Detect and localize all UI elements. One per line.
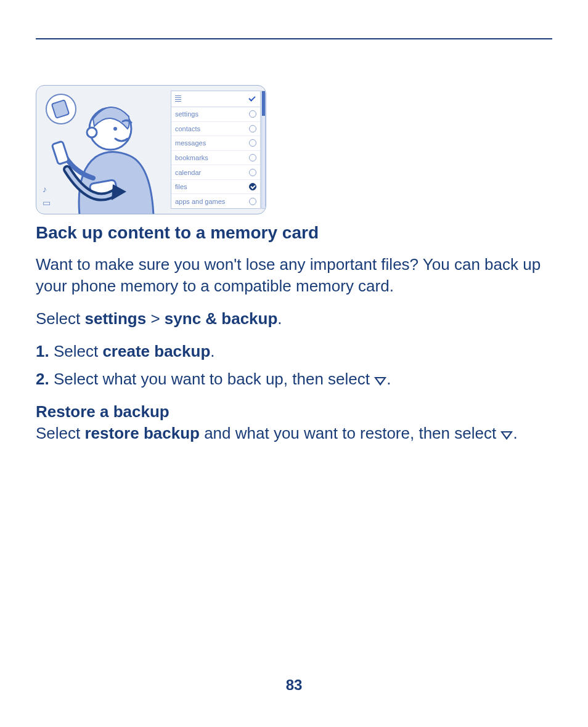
check-icon bbox=[248, 96, 256, 102]
nav-sep: > bbox=[146, 309, 165, 328]
step-number: 2. bbox=[36, 370, 49, 388]
photo-icon: ▭ bbox=[43, 198, 51, 208]
nav-prefix: Select bbox=[36, 309, 85, 328]
nav-item-settings: settings bbox=[85, 309, 147, 328]
panel-row-settings: settings bbox=[171, 107, 260, 122]
navigation-line: Select settings > sync & backup. bbox=[36, 309, 552, 328]
scrollbar bbox=[261, 91, 266, 209]
panel-row-label: bookmarks bbox=[175, 154, 208, 161]
list-icon bbox=[175, 95, 181, 103]
panel-row-bookmarks: bookmarks bbox=[171, 151, 260, 166]
svg-point-3 bbox=[87, 128, 97, 137]
restore-post: . bbox=[513, 424, 517, 442]
nav-item-sync-backup: sync & backup bbox=[165, 309, 278, 328]
panel-row-label: contacts bbox=[175, 125, 200, 132]
checked-icon bbox=[249, 183, 256, 190]
panel-row-contacts: contacts bbox=[171, 122, 260, 137]
step-text-pre: Select bbox=[49, 342, 103, 360]
chevron-down-icon bbox=[374, 377, 386, 386]
intro-paragraph: Want to make sure you won't lose any imp… bbox=[36, 254, 552, 297]
unchecked-icon bbox=[249, 154, 256, 161]
backup-illustration: ♪ ▭ settings contacts messages bookmarks bbox=[36, 85, 266, 214]
step-bold: create backup bbox=[102, 342, 210, 360]
unchecked-icon bbox=[249, 169, 256, 176]
chevron-down-icon bbox=[500, 431, 513, 440]
unchecked-icon bbox=[249, 198, 256, 205]
backup-list-panel: settings contacts messages bookmarks cal… bbox=[171, 91, 261, 209]
unchecked-icon bbox=[249, 139, 256, 147]
panel-row-apps: apps and games bbox=[171, 194, 260, 208]
panel-row-label: settings bbox=[175, 110, 198, 118]
steps-list: 1. Select create backup. 2. Select what … bbox=[36, 342, 552, 389]
manual-page: ♪ ▭ settings contacts messages bookmarks bbox=[0, 0, 588, 727]
svg-rect-5 bbox=[52, 141, 69, 164]
step-2: 2. Select what you want to back up, then… bbox=[36, 370, 552, 389]
panel-row-messages: messages bbox=[171, 136, 260, 151]
unchecked-icon bbox=[249, 110, 256, 118]
person-drawing bbox=[36, 86, 178, 214]
svg-point-4 bbox=[113, 127, 117, 131]
restore-mid: and what you want to restore, then selec… bbox=[200, 424, 501, 442]
panel-row-label: messages bbox=[175, 139, 206, 147]
panel-header bbox=[171, 91, 260, 107]
page-number: 83 bbox=[0, 676, 588, 694]
step-1: 1. Select create backup. bbox=[36, 342, 552, 361]
restore-paragraph: Select restore backup and what you want … bbox=[36, 423, 552, 444]
nav-suffix: . bbox=[277, 309, 282, 328]
restore-bold: restore backup bbox=[85, 424, 200, 442]
restore-pre: Select bbox=[36, 424, 85, 442]
step-text-pre: Select what you want to back up, then se… bbox=[49, 370, 375, 388]
panel-row-calendar: calendar bbox=[171, 165, 260, 180]
sub-heading-restore: Restore a backup bbox=[36, 402, 552, 421]
step-text-post: . bbox=[386, 370, 391, 388]
panel-row-label: apps and games bbox=[175, 198, 225, 205]
unchecked-icon bbox=[249, 125, 256, 132]
panel-row-label: calendar bbox=[175, 169, 201, 176]
step-text-post: . bbox=[210, 342, 214, 360]
step-number: 1. bbox=[36, 342, 49, 360]
panel-row-files: files bbox=[171, 180, 260, 195]
header-rule bbox=[36, 38, 552, 39]
section-title: Back up content to a memory card bbox=[36, 223, 552, 243]
panel-row-label: files bbox=[175, 183, 187, 190]
music-note-icon: ♪ bbox=[43, 184, 51, 194]
mini-icons: ♪ ▭ bbox=[43, 184, 51, 208]
